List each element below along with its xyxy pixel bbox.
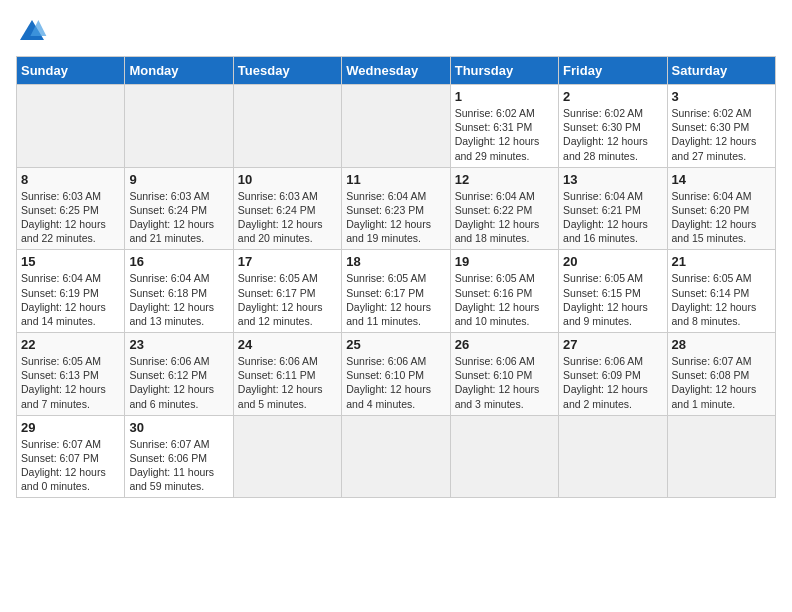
day-info: Sunrise: 6:05 AMSunset: 6:17 PMDaylight:… — [238, 271, 337, 328]
calendar-cell: 21Sunrise: 6:05 AMSunset: 6:14 PMDayligh… — [667, 250, 775, 333]
calendar-cell — [125, 85, 233, 168]
calendar-cell: 25Sunrise: 6:06 AMSunset: 6:10 PMDayligh… — [342, 333, 450, 416]
day-info: Sunrise: 6:06 AMSunset: 6:11 PMDaylight:… — [238, 354, 337, 411]
day-number: 22 — [21, 337, 120, 352]
day-number: 26 — [455, 337, 554, 352]
day-number: 24 — [238, 337, 337, 352]
day-number: 2 — [563, 89, 662, 104]
day-number: 23 — [129, 337, 228, 352]
calendar-cell — [233, 415, 341, 498]
calendar-cell — [342, 415, 450, 498]
calendar-cell — [342, 85, 450, 168]
day-info: Sunrise: 6:07 AMSunset: 6:08 PMDaylight:… — [672, 354, 771, 411]
calendar-cell: 20Sunrise: 6:05 AMSunset: 6:15 PMDayligh… — [559, 250, 667, 333]
day-of-week-header: Saturday — [667, 57, 775, 85]
day-info: Sunrise: 6:05 AMSunset: 6:16 PMDaylight:… — [455, 271, 554, 328]
day-info: Sunrise: 6:03 AMSunset: 6:24 PMDaylight:… — [238, 189, 337, 246]
calendar-cell — [17, 85, 125, 168]
day-info: Sunrise: 6:02 AMSunset: 6:30 PMDaylight:… — [563, 106, 662, 163]
day-of-week-header: Tuesday — [233, 57, 341, 85]
page-header — [16, 16, 776, 48]
day-number: 27 — [563, 337, 662, 352]
day-number: 28 — [672, 337, 771, 352]
day-number: 20 — [563, 254, 662, 269]
day-info: Sunrise: 6:02 AMSunset: 6:31 PMDaylight:… — [455, 106, 554, 163]
day-number: 13 — [563, 172, 662, 187]
calendar-cell: 2Sunrise: 6:02 AMSunset: 6:30 PMDaylight… — [559, 85, 667, 168]
logo — [16, 16, 52, 48]
day-info: Sunrise: 6:06 AMSunset: 6:12 PMDaylight:… — [129, 354, 228, 411]
day-info: Sunrise: 6:04 AMSunset: 6:23 PMDaylight:… — [346, 189, 445, 246]
day-number: 25 — [346, 337, 445, 352]
calendar-cell: 14Sunrise: 6:04 AMSunset: 6:20 PMDayligh… — [667, 167, 775, 250]
calendar-body: 1Sunrise: 6:02 AMSunset: 6:31 PMDaylight… — [17, 85, 776, 498]
day-number: 29 — [21, 420, 120, 435]
day-number: 16 — [129, 254, 228, 269]
day-number: 8 — [21, 172, 120, 187]
day-info: Sunrise: 6:04 AMSunset: 6:21 PMDaylight:… — [563, 189, 662, 246]
calendar-cell: 28Sunrise: 6:07 AMSunset: 6:08 PMDayligh… — [667, 333, 775, 416]
calendar-cell — [233, 85, 341, 168]
calendar-cell: 26Sunrise: 6:06 AMSunset: 6:10 PMDayligh… — [450, 333, 558, 416]
day-info: Sunrise: 6:07 AMSunset: 6:06 PMDaylight:… — [129, 437, 228, 494]
calendar-cell: 18Sunrise: 6:05 AMSunset: 6:17 PMDayligh… — [342, 250, 450, 333]
day-info: Sunrise: 6:05 AMSunset: 6:13 PMDaylight:… — [21, 354, 120, 411]
day-number: 9 — [129, 172, 228, 187]
day-info: Sunrise: 6:04 AMSunset: 6:22 PMDaylight:… — [455, 189, 554, 246]
calendar-cell: 27Sunrise: 6:06 AMSunset: 6:09 PMDayligh… — [559, 333, 667, 416]
day-of-week-header: Sunday — [17, 57, 125, 85]
calendar-cell: 8Sunrise: 6:03 AMSunset: 6:25 PMDaylight… — [17, 167, 125, 250]
calendar-week-row: 29Sunrise: 6:07 AMSunset: 6:07 PMDayligh… — [17, 415, 776, 498]
calendar-week-row: 1Sunrise: 6:02 AMSunset: 6:31 PMDaylight… — [17, 85, 776, 168]
calendar-cell — [667, 415, 775, 498]
calendar-cell: 23Sunrise: 6:06 AMSunset: 6:12 PMDayligh… — [125, 333, 233, 416]
calendar-cell: 1Sunrise: 6:02 AMSunset: 6:31 PMDaylight… — [450, 85, 558, 168]
calendar-cell: 11Sunrise: 6:04 AMSunset: 6:23 PMDayligh… — [342, 167, 450, 250]
logo-icon — [16, 16, 48, 48]
day-info: Sunrise: 6:06 AMSunset: 6:10 PMDaylight:… — [455, 354, 554, 411]
day-info: Sunrise: 6:02 AMSunset: 6:30 PMDaylight:… — [672, 106, 771, 163]
day-number: 15 — [21, 254, 120, 269]
calendar-cell: 16Sunrise: 6:04 AMSunset: 6:18 PMDayligh… — [125, 250, 233, 333]
calendar-cell: 15Sunrise: 6:04 AMSunset: 6:19 PMDayligh… — [17, 250, 125, 333]
day-number: 19 — [455, 254, 554, 269]
day-number: 17 — [238, 254, 337, 269]
day-number: 14 — [672, 172, 771, 187]
day-of-week-header: Friday — [559, 57, 667, 85]
calendar-week-row: 22Sunrise: 6:05 AMSunset: 6:13 PMDayligh… — [17, 333, 776, 416]
day-info: Sunrise: 6:04 AMSunset: 6:19 PMDaylight:… — [21, 271, 120, 328]
calendar-cell: 19Sunrise: 6:05 AMSunset: 6:16 PMDayligh… — [450, 250, 558, 333]
day-number: 11 — [346, 172, 445, 187]
calendar-table: SundayMondayTuesdayWednesdayThursdayFrid… — [16, 56, 776, 498]
calendar-cell: 17Sunrise: 6:05 AMSunset: 6:17 PMDayligh… — [233, 250, 341, 333]
day-info: Sunrise: 6:05 AMSunset: 6:15 PMDaylight:… — [563, 271, 662, 328]
day-number: 12 — [455, 172, 554, 187]
day-info: Sunrise: 6:07 AMSunset: 6:07 PMDaylight:… — [21, 437, 120, 494]
day-number: 3 — [672, 89, 771, 104]
day-info: Sunrise: 6:03 AMSunset: 6:24 PMDaylight:… — [129, 189, 228, 246]
day-info: Sunrise: 6:06 AMSunset: 6:09 PMDaylight:… — [563, 354, 662, 411]
calendar-cell — [450, 415, 558, 498]
calendar-cell — [559, 415, 667, 498]
day-info: Sunrise: 6:06 AMSunset: 6:10 PMDaylight:… — [346, 354, 445, 411]
calendar-cell: 30Sunrise: 6:07 AMSunset: 6:06 PMDayligh… — [125, 415, 233, 498]
calendar-week-row: 15Sunrise: 6:04 AMSunset: 6:19 PMDayligh… — [17, 250, 776, 333]
day-info: Sunrise: 6:05 AMSunset: 6:14 PMDaylight:… — [672, 271, 771, 328]
day-info: Sunrise: 6:04 AMSunset: 6:20 PMDaylight:… — [672, 189, 771, 246]
calendar-cell: 13Sunrise: 6:04 AMSunset: 6:21 PMDayligh… — [559, 167, 667, 250]
calendar-cell: 24Sunrise: 6:06 AMSunset: 6:11 PMDayligh… — [233, 333, 341, 416]
calendar-week-row: 8Sunrise: 6:03 AMSunset: 6:25 PMDaylight… — [17, 167, 776, 250]
calendar-header-row: SundayMondayTuesdayWednesdayThursdayFrid… — [17, 57, 776, 85]
calendar-cell: 3Sunrise: 6:02 AMSunset: 6:30 PMDaylight… — [667, 85, 775, 168]
day-number: 10 — [238, 172, 337, 187]
day-number: 18 — [346, 254, 445, 269]
day-number: 21 — [672, 254, 771, 269]
calendar-cell: 12Sunrise: 6:04 AMSunset: 6:22 PMDayligh… — [450, 167, 558, 250]
calendar-cell: 10Sunrise: 6:03 AMSunset: 6:24 PMDayligh… — [233, 167, 341, 250]
day-info: Sunrise: 6:04 AMSunset: 6:18 PMDaylight:… — [129, 271, 228, 328]
calendar-cell: 22Sunrise: 6:05 AMSunset: 6:13 PMDayligh… — [17, 333, 125, 416]
calendar-cell: 9Sunrise: 6:03 AMSunset: 6:24 PMDaylight… — [125, 167, 233, 250]
day-info: Sunrise: 6:05 AMSunset: 6:17 PMDaylight:… — [346, 271, 445, 328]
calendar-cell: 29Sunrise: 6:07 AMSunset: 6:07 PMDayligh… — [17, 415, 125, 498]
day-info: Sunrise: 6:03 AMSunset: 6:25 PMDaylight:… — [21, 189, 120, 246]
